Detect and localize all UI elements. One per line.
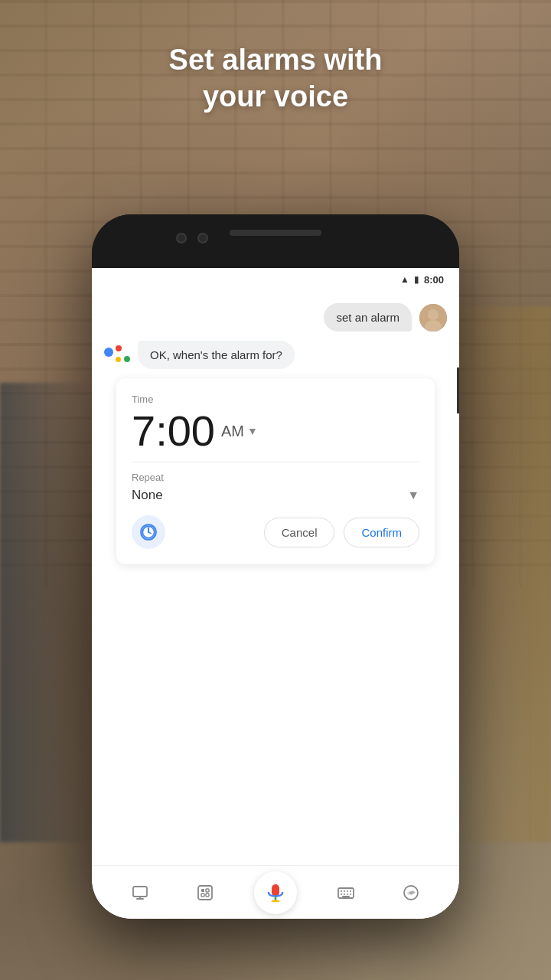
ampm-dropdown[interactable]: AM ▼ [221,423,258,440]
avatar [419,304,447,332]
phone-screen: ▲ ▮ 8:00 set an alarm [92,268,459,919]
avatar-image [419,304,447,332]
camera-left [176,233,187,243]
repeat-label: Repeat [132,472,419,483]
mic-button[interactable] [254,871,297,914]
phone-speaker [230,230,321,236]
side-button [457,368,459,413]
battery-icon: ▮ [414,274,419,285]
camera-right [197,233,208,243]
google-assistant-logo [104,342,130,362]
assistant-message-row: OK, when's the alarm for? [104,341,447,369]
dot-yellow [116,357,121,362]
time-row: 7:00 AM ▼ [132,410,419,452]
mic-icon [265,882,286,903]
dot-green [124,356,130,362]
svg-rect-11 [201,889,204,892]
svg-rect-12 [206,889,209,892]
compass-icon [402,884,420,902]
sidebar-item-keyboard[interactable] [329,876,363,910]
signal-icon: ▲ [400,274,409,285]
repeat-row[interactable]: None ▼ [132,488,419,503]
tv-icon [131,884,149,902]
dot-blue [104,348,113,357]
sidebar-item-tv[interactable] [123,876,157,910]
alarm-card: Time 7:00 AM ▼ Repeat None ▼ [116,378,435,564]
chat-area: set an alarm [92,291,459,865]
user-message-row: set an alarm [104,303,447,332]
user-message-bubble: set an alarm [324,303,412,332]
svg-rect-14 [206,893,209,897]
phone-frame: ▲ ▮ 8:00 set an alarm [92,214,459,919]
repeat-value: None [132,488,163,503]
sidebar-item-lens[interactable] [188,876,222,910]
card-actions: Cancel Confirm [132,515,419,549]
dot-red [116,345,122,351]
bottom-navigation [92,865,459,919]
svg-rect-8 [133,887,147,897]
time-label: Time [132,394,419,405]
alarm-time-display: 7:00 [132,410,215,452]
assistant-message-bubble: OK, when's the alarm for? [138,341,295,369]
action-buttons: Cancel Confirm [264,518,419,547]
cancel-button[interactable]: Cancel [264,518,335,547]
ampm-value: AM [221,423,244,440]
hero-title: Set alarms with your voice [0,42,551,115]
confirm-button[interactable]: Confirm [344,518,419,547]
phone-top-bar [92,214,459,268]
repeat-dropdown-arrow: ▼ [407,488,419,502]
svg-rect-15 [272,884,279,897]
keyboard-icon [337,884,355,902]
status-time: 8:00 [424,274,444,286]
lens-icon [196,884,214,902]
card-divider [132,462,419,462]
svg-rect-10 [198,886,212,900]
status-bar: ▲ ▮ 8:00 [92,268,459,291]
left-blur [0,383,92,842]
clock-icon-button[interactable] [132,515,165,549]
svg-point-1 [428,309,439,320]
sidebar-item-explore[interactable] [394,876,428,910]
ampm-dropdown-arrow: ▼ [247,425,258,437]
svg-rect-13 [201,893,204,897]
